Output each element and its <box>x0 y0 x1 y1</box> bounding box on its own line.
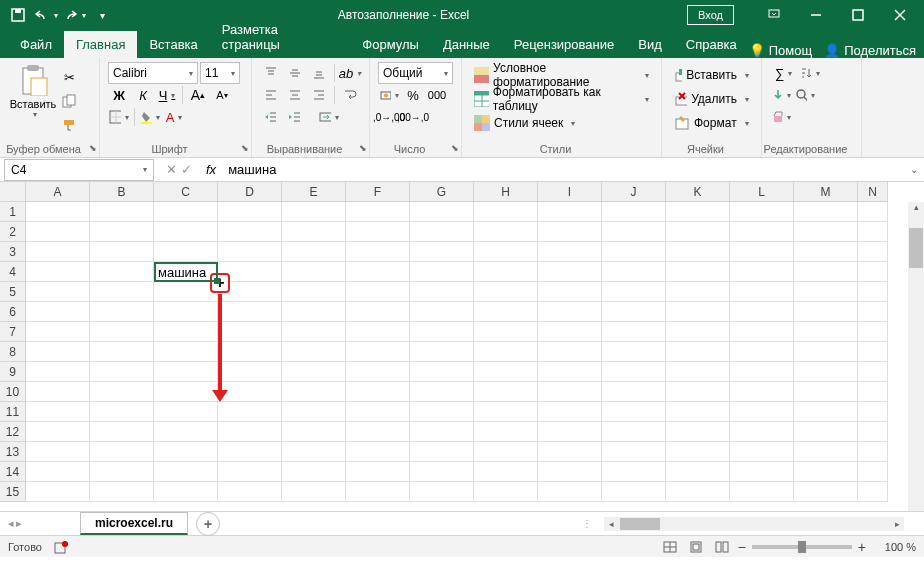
cell[interactable] <box>282 342 346 362</box>
cell[interactable] <box>858 402 888 422</box>
cell[interactable] <box>538 422 602 442</box>
column-header[interactable]: G <box>410 182 474 202</box>
tab-view[interactable]: Вид <box>626 31 674 58</box>
column-header[interactable]: K <box>666 182 730 202</box>
cell[interactable] <box>346 262 410 282</box>
cell[interactable] <box>538 242 602 262</box>
cell[interactable] <box>282 422 346 442</box>
cell[interactable] <box>474 382 538 402</box>
share-button[interactable]: 👤Поделиться <box>824 43 916 58</box>
cell[interactable] <box>474 442 538 462</box>
cell[interactable] <box>346 242 410 262</box>
clipboard-launcher[interactable]: ⬊ <box>89 143 97 153</box>
vertical-scrollbar[interactable]: ▴ <box>908 202 924 511</box>
page-layout-view-button[interactable] <box>686 539 706 555</box>
cell[interactable] <box>346 222 410 242</box>
align-right-button[interactable] <box>308 84 330 106</box>
percent-button[interactable]: % <box>402 84 424 106</box>
cell[interactable] <box>858 442 888 462</box>
row-header[interactable]: 5 <box>0 282 26 302</box>
cell[interactable] <box>90 442 154 462</box>
cut-button[interactable]: ✂ <box>58 66 80 88</box>
cell[interactable] <box>794 202 858 222</box>
cell[interactable] <box>858 362 888 382</box>
delete-cells-button[interactable]: Удалить▾ <box>670 88 753 110</box>
row-header[interactable]: 13 <box>0 442 26 462</box>
cell[interactable] <box>90 422 154 442</box>
cell[interactable] <box>666 462 730 482</box>
cell[interactable] <box>730 422 794 442</box>
cell[interactable] <box>90 382 154 402</box>
cell[interactable] <box>410 362 474 382</box>
fill-handle[interactable] <box>214 278 220 284</box>
cell[interactable] <box>154 462 218 482</box>
cell[interactable] <box>794 482 858 502</box>
align-bottom-button[interactable] <box>308 62 330 84</box>
cell[interactable] <box>602 482 666 502</box>
cell[interactable] <box>90 362 154 382</box>
cell[interactable] <box>538 262 602 282</box>
cell[interactable] <box>666 302 730 322</box>
cell[interactable] <box>346 422 410 442</box>
cell[interactable] <box>346 402 410 422</box>
qat-customize[interactable]: ▾ <box>90 3 114 27</box>
cell[interactable] <box>26 482 90 502</box>
cell[interactable] <box>730 202 794 222</box>
column-header[interactable]: J <box>602 182 666 202</box>
cell[interactable] <box>282 222 346 242</box>
cell[interactable] <box>410 242 474 262</box>
column-header[interactable]: D <box>218 182 282 202</box>
cell[interactable] <box>474 222 538 242</box>
row-header[interactable]: 2 <box>0 222 26 242</box>
cell[interactable] <box>794 422 858 442</box>
cell[interactable] <box>666 482 730 502</box>
cell[interactable] <box>858 202 888 222</box>
cell[interactable] <box>602 282 666 302</box>
cell[interactable] <box>218 222 282 242</box>
cell[interactable] <box>730 482 794 502</box>
cell[interactable] <box>90 302 154 322</box>
cell[interactable] <box>218 462 282 482</box>
cell[interactable] <box>90 482 154 502</box>
cell[interactable] <box>154 322 218 342</box>
zoom-slider[interactable] <box>752 545 852 549</box>
cell[interactable] <box>282 482 346 502</box>
horizontal-scrollbar[interactable]: ◂ ▸ <box>604 517 904 531</box>
redo-button[interactable]: ▾ <box>62 3 86 27</box>
cell[interactable] <box>218 202 282 222</box>
cell[interactable] <box>602 202 666 222</box>
normal-view-button[interactable] <box>660 539 680 555</box>
alignment-launcher[interactable]: ⬊ <box>359 143 367 153</box>
cell[interactable] <box>538 282 602 302</box>
cell[interactable] <box>602 382 666 402</box>
cell[interactable] <box>538 202 602 222</box>
maximize-button[interactable] <box>838 1 878 29</box>
cell[interactable] <box>218 342 282 362</box>
add-sheet-button[interactable]: + <box>196 512 220 536</box>
font-launcher[interactable]: ⬊ <box>241 143 249 153</box>
ribbon-options-button[interactable] <box>754 1 794 29</box>
align-middle-button[interactable] <box>284 62 306 84</box>
cell[interactable] <box>474 482 538 502</box>
cell[interactable] <box>538 402 602 422</box>
cell[interactable] <box>730 382 794 402</box>
cell[interactable] <box>410 442 474 462</box>
cell[interactable] <box>538 362 602 382</box>
cell[interactable] <box>90 342 154 362</box>
cell[interactable] <box>794 342 858 362</box>
format-painter-button[interactable] <box>58 114 80 136</box>
cell[interactable] <box>26 202 90 222</box>
row-header[interactable]: 7 <box>0 322 26 342</box>
cell[interactable] <box>90 242 154 262</box>
cell[interactable] <box>410 402 474 422</box>
cell[interactable] <box>26 282 90 302</box>
macro-record-icon[interactable] <box>54 540 68 554</box>
column-header[interactable]: A <box>26 182 90 202</box>
cell[interactable] <box>26 422 90 442</box>
cell[interactable] <box>666 422 730 442</box>
cell[interactable] <box>218 442 282 462</box>
row-header[interactable]: 10 <box>0 382 26 402</box>
column-header[interactable]: H <box>474 182 538 202</box>
cell[interactable] <box>474 202 538 222</box>
cell[interactable] <box>282 262 346 282</box>
